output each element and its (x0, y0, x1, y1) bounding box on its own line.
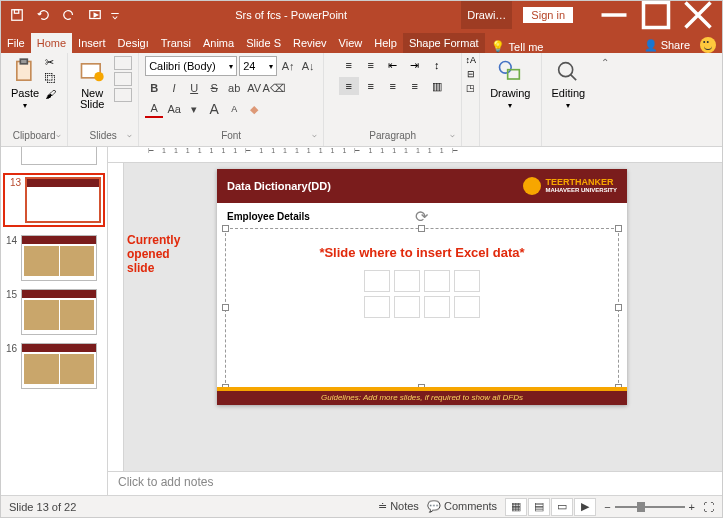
insert-video-icon[interactable] (424, 296, 450, 318)
shadow-button[interactable]: ab (225, 79, 243, 97)
format-painter-icon[interactable]: 🖌 (45, 88, 61, 102)
columns-icon[interactable]: ▥ (427, 77, 447, 95)
bold-button[interactable]: B (145, 79, 163, 97)
font-large-icon[interactable]: A (205, 100, 223, 118)
drawing-button[interactable]: Drawing ▾ (486, 56, 534, 112)
justify-icon[interactable]: ≡ (405, 77, 425, 95)
reading-view-icon[interactable]: ▭ (551, 498, 573, 516)
change-case-button[interactable]: Aa (165, 100, 183, 118)
font-name-select[interactable]: Calibri (Body)▾ (145, 56, 237, 76)
clear-format-icon[interactable]: A⌫ (265, 79, 283, 97)
save-icon[interactable] (5, 4, 29, 26)
sorter-view-icon[interactable]: ▤ (528, 498, 550, 516)
zoom-control[interactable]: − + (604, 501, 695, 513)
tab-animations[interactable]: Anima (197, 33, 240, 53)
copy-icon[interactable]: ⿻ (45, 72, 61, 86)
redo-icon[interactable] (57, 4, 81, 26)
start-icon[interactable] (83, 4, 107, 26)
underline-button[interactable]: U (185, 79, 203, 97)
close-icon[interactable] (678, 1, 718, 29)
tab-shape-format[interactable]: Shape Format (403, 33, 485, 53)
drawing-tools-tab[interactable]: Drawi… (461, 1, 512, 29)
reset-icon[interactable] (114, 72, 132, 86)
eraser-icon[interactable]: ◆ (245, 100, 263, 118)
align-left-icon[interactable]: ≡ (339, 77, 359, 95)
tab-home[interactable]: Home (31, 33, 72, 53)
fit-window-icon[interactable]: ⛶ (703, 501, 714, 513)
tab-view[interactable]: View (333, 33, 369, 53)
insert-online-picture-icon[interactable] (394, 296, 420, 318)
cut-icon[interactable]: ✂ (45, 56, 61, 70)
bullets-icon[interactable]: ≡ (339, 56, 359, 74)
font-small-icon[interactable]: A (225, 100, 243, 118)
new-slide-button[interactable]: New Slide (74, 56, 110, 112)
indent-dec-icon[interactable]: ⇤ (383, 56, 403, 74)
thumb-15[interactable]: 15 (3, 289, 105, 335)
numbering-icon[interactable]: ≡ (361, 56, 381, 74)
tab-file[interactable]: File (1, 33, 31, 53)
align-right-icon[interactable]: ≡ (383, 77, 403, 95)
insert-picture-icon[interactable] (364, 296, 390, 318)
minimize-icon[interactable] (594, 1, 634, 29)
collapse-ribbon-icon[interactable]: ⌃ (601, 57, 609, 68)
rotate-handle-icon[interactable]: ⟳ (415, 207, 429, 221)
insert-smartart-icon[interactable] (424, 270, 450, 292)
resize-handle[interactable] (418, 225, 425, 232)
undo-icon[interactable] (31, 4, 55, 26)
qat-more-icon[interactable] (109, 4, 121, 26)
zoom-in-icon[interactable]: + (689, 501, 695, 513)
content-placeholder[interactable]: ⟳ *Slide where to insert Excel data* (225, 228, 619, 388)
spacing-button[interactable]: AV (245, 79, 263, 97)
tab-design[interactable]: Desigı (112, 33, 155, 53)
tab-review[interactable]: Reviev (287, 33, 333, 53)
thumb-13[interactable]: 13 (3, 173, 105, 227)
section-icon[interactable] (114, 88, 132, 102)
tab-slideshow[interactable]: Slide S (240, 33, 287, 53)
layout-icon[interactable] (114, 56, 132, 70)
insert-chart-icon[interactable] (394, 270, 420, 292)
insert-table-icon[interactable] (364, 270, 390, 292)
shrink-font-icon[interactable]: A↓ (299, 57, 317, 75)
align-center-icon[interactable]: ≡ (361, 77, 381, 95)
highlight-button[interactable]: ▾ (185, 100, 203, 118)
grow-font-icon[interactable]: A↑ (279, 57, 297, 75)
strike-button[interactable]: S (205, 79, 223, 97)
thumb-12[interactable]: 12 (3, 147, 105, 165)
share-button[interactable]: 👤 Share (644, 39, 690, 52)
notes-button[interactable]: ≐ Notes (378, 500, 419, 513)
maximize-icon[interactable] (636, 1, 676, 29)
text-direction-icon[interactable]: ↕A (465, 53, 476, 67)
line-spacing-icon[interactable]: ↕ (427, 56, 447, 74)
normal-view-icon[interactable]: ▦ (505, 498, 527, 516)
font-size-select[interactable]: 24▾ (239, 56, 277, 76)
align-text-icon[interactable]: ⊟ (467, 67, 475, 81)
thumb-16[interactable]: 16 (3, 343, 105, 389)
slide-canvas[interactable]: Data Dictionary(DD) TEERTHANKER MAHAVEER… (108, 163, 722, 471)
insert-3d-icon[interactable] (454, 270, 480, 292)
tell-me[interactable]: 💡 Tell me (491, 40, 544, 53)
insert-icon-icon[interactable] (454, 296, 480, 318)
resize-handle[interactable] (222, 304, 229, 311)
feedback-icon[interactable] (700, 37, 716, 53)
thumbnail-pane[interactable]: 12 13 14 15 16 (1, 147, 108, 495)
resize-handle[interactable] (615, 225, 622, 232)
italic-button[interactable]: I (165, 79, 183, 97)
thumb-14[interactable]: 14 (3, 235, 105, 281)
zoom-out-icon[interactable]: − (604, 501, 610, 513)
paste-button[interactable]: Paste ▾ (7, 56, 43, 112)
editing-button[interactable]: Editing ▾ (548, 56, 590, 112)
signin-button[interactable]: Sign in (522, 6, 574, 24)
resize-handle[interactable] (615, 304, 622, 311)
zoom-slider[interactable] (615, 506, 685, 508)
slideshow-view-icon[interactable]: ▶ (574, 498, 596, 516)
font-color-button[interactable]: A (145, 100, 163, 118)
indent-inc-icon[interactable]: ⇥ (405, 56, 425, 74)
tab-transitions[interactable]: Transi (155, 33, 197, 53)
smartart-icon[interactable]: ◳ (466, 81, 475, 95)
resize-handle[interactable] (222, 225, 229, 232)
comments-button[interactable]: 💬 Comments (427, 500, 497, 513)
notes-pane[interactable]: Click to add notes (108, 471, 722, 495)
tab-insert[interactable]: Insert (72, 33, 112, 53)
zoom-thumb[interactable] (637, 502, 645, 512)
tab-help[interactable]: Help (368, 33, 403, 53)
